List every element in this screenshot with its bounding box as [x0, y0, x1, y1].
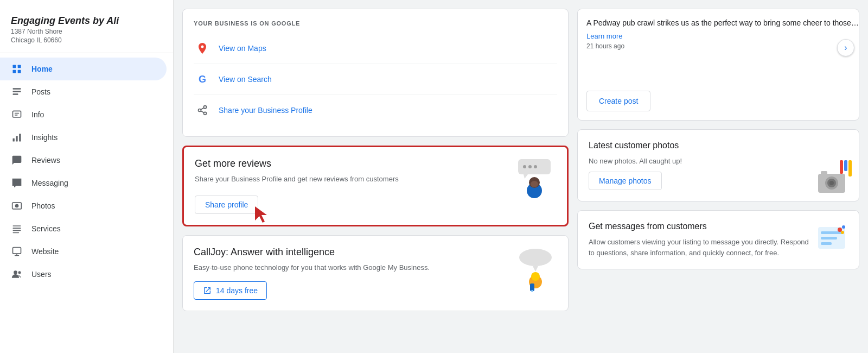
- photos-empty-text: No new photos. All caught up!: [589, 157, 682, 165]
- sidebar-item-insights[interactable]: Insights: [0, 126, 167, 149]
- svg-point-64: [842, 225, 845, 229]
- reviews-icon: [11, 154, 23, 166]
- maps-icon: [194, 40, 211, 57]
- get-messages-card: Get messages from customers Allow custom…: [577, 210, 859, 269]
- home-icon: [11, 63, 23, 75]
- users-icon: [11, 268, 23, 280]
- svg-marker-39: [533, 266, 538, 272]
- reviews-card-text: Get more reviews Share your Business Pro…: [195, 158, 502, 214]
- svg-rect-18: [13, 232, 20, 234]
- svg-rect-15: [13, 225, 21, 226]
- svg-rect-12: [19, 134, 21, 141]
- view-on-search-label: View on Search: [219, 75, 272, 84]
- sidebar-services-label: Services: [31, 224, 61, 233]
- reviews-avatar-illustration: [513, 158, 556, 201]
- svg-rect-1: [18, 65, 21, 68]
- news-item-1-title: A Pedway pub crawl strikes us as the per…: [586, 18, 859, 29]
- manage-photos-button[interactable]: Manage photos: [589, 172, 662, 190]
- svg-rect-20: [15, 255, 19, 256]
- calljoy-free-label: 14 days free: [216, 286, 258, 295]
- svg-rect-4: [13, 88, 21, 90]
- sidebar-item-messaging[interactable]: Messaging: [0, 172, 167, 194]
- news-item-1-time: 21 hours ago: [586, 42, 859, 50]
- svg-rect-16: [13, 228, 21, 229]
- sidebar-messaging-label: Messaging: [31, 179, 68, 187]
- svg-rect-52: [844, 160, 847, 171]
- sidebar-item-reviews[interactable]: Reviews: [0, 149, 167, 172]
- svg-rect-5: [13, 91, 21, 92]
- svg-rect-58: [821, 171, 827, 175]
- svg-point-14: [15, 204, 19, 208]
- svg-rect-7: [13, 111, 21, 117]
- svg-rect-19: [13, 248, 21, 254]
- svg-point-38: [519, 249, 552, 266]
- business-address-line2: Chicago IL 60660: [11, 36, 162, 44]
- svg-marker-29: [255, 206, 267, 223]
- latest-photos-title: Latest customer photos: [589, 141, 848, 150]
- sidebar-item-users[interactable]: Users: [0, 263, 167, 286]
- services-icon: [11, 223, 23, 235]
- photos-empty-state: No new photos. All caught up! Manage pho…: [589, 157, 848, 190]
- sidebar-item-photos[interactable]: Photos: [0, 194, 167, 217]
- sidebar-item-info[interactable]: Info: [0, 103, 167, 126]
- latest-photos-card: Latest customer photos No new photos. Al…: [577, 129, 859, 201]
- create-post-button[interactable]: Create post: [586, 91, 650, 111]
- svg-rect-62: [821, 242, 832, 245]
- svg-marker-34: [524, 174, 528, 179]
- sidebar: Engaging Events by Ali 1387 North Shore …: [0, 0, 174, 353]
- google-search-icon: G: [194, 71, 211, 88]
- svg-point-25: [199, 109, 201, 112]
- svg-point-31: [523, 165, 526, 168]
- messages-desc: Allow customers viewing your listing to …: [589, 237, 809, 258]
- info-icon: [11, 109, 23, 121]
- sidebar-item-home[interactable]: Home: [0, 58, 167, 80]
- business-name: Engaging Events by Ali: [11, 15, 162, 27]
- business-address-line1: 1387 North Shore: [11, 28, 162, 35]
- svg-rect-2: [13, 70, 16, 73]
- sidebar-home-label: Home: [31, 65, 53, 73]
- get-more-reviews-card: Get more reviews Share your Business Pro…: [182, 146, 569, 226]
- svg-rect-21: [16, 254, 17, 255]
- news-card: A Pedway pub crawl strikes us as the per…: [577, 9, 859, 121]
- cursor-arrow-icon: [252, 204, 271, 225]
- reviews-highlighted-wrapper: Get more reviews Share your Business Pro…: [182, 146, 569, 235]
- sidebar-item-website[interactable]: Website: [0, 240, 167, 263]
- svg-rect-8: [15, 113, 19, 114]
- svg-rect-9: [15, 115, 18, 116]
- sidebar-posts-label: Posts: [31, 87, 50, 96]
- share-profile-button[interactable]: Share profile: [195, 196, 258, 214]
- messages-title: Get messages from customers: [589, 222, 809, 231]
- calljoy-free-button[interactable]: 14 days free: [194, 281, 267, 300]
- view-on-search-item[interactable]: G View on Search: [194, 64, 557, 95]
- svg-point-63: [838, 228, 842, 232]
- svg-point-37: [531, 181, 538, 187]
- news-next-button[interactable]: ›: [837, 39, 854, 56]
- calljoy-card: CallJoy: Answer with intelligence Easy-t…: [182, 235, 569, 312]
- sidebar-info-label: Info: [31, 110, 44, 119]
- share-business-item[interactable]: Share your Business Profile: [194, 95, 557, 125]
- share-business-label: Share your Business Profile: [219, 106, 312, 115]
- news-item-1-learn-more[interactable]: Learn more: [586, 32, 859, 40]
- svg-line-28: [201, 108, 204, 109]
- insights-icon: [11, 131, 23, 143]
- sidebar-website-label: Website: [31, 247, 59, 256]
- business-on-google-card: YOUR BUSINESS IS ON GOOGLE View on Maps …: [182, 9, 569, 137]
- svg-rect-11: [16, 136, 17, 142]
- svg-rect-3: [18, 70, 21, 73]
- business-on-google-title: YOUR BUSINESS IS ON GOOGLE: [194, 20, 557, 27]
- svg-rect-53: [848, 160, 852, 177]
- svg-point-32: [528, 165, 532, 168]
- svg-point-43: [531, 290, 533, 292]
- news-item-1: A Pedway pub crawl strikes us as the per…: [586, 18, 859, 50]
- external-link-icon: [203, 286, 212, 295]
- view-on-maps-item[interactable]: View on Maps: [194, 33, 557, 64]
- svg-rect-6: [13, 93, 18, 95]
- svg-point-26: [204, 112, 207, 115]
- sidebar-item-services[interactable]: Services: [0, 217, 167, 240]
- sidebar-insights-label: Insights: [31, 133, 58, 142]
- sidebar-reviews-label: Reviews: [31, 156, 60, 165]
- messaging-icon: [11, 177, 23, 189]
- sidebar-item-posts[interactable]: Posts: [0, 80, 167, 103]
- view-on-maps-label: View on Maps: [219, 44, 266, 53]
- svg-point-22: [14, 270, 17, 274]
